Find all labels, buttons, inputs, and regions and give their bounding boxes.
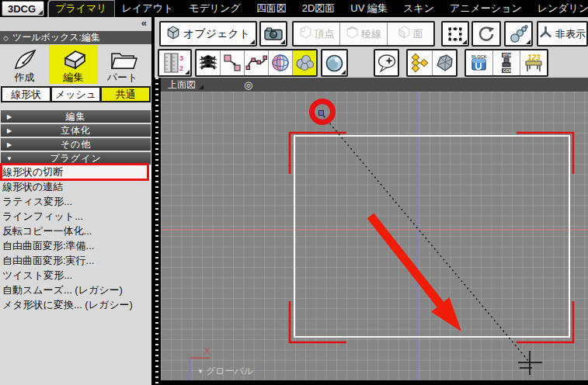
corner-flyout-icon xyxy=(462,40,467,44)
rotate-icon[interactable] xyxy=(471,21,501,47)
boolean-tower-icon[interactable]: BTMGEN xyxy=(493,50,520,75)
plugin-item-lattice[interactable]: ラティス変形... xyxy=(0,194,151,209)
tool-create-button[interactable]: 作成 xyxy=(0,45,49,84)
edge-mode-label: 稜線 xyxy=(361,27,381,41)
triangle-right-icon: ▶ xyxy=(1,127,18,134)
corner-flyout-icon xyxy=(280,40,285,44)
menubar-tab-modeling[interactable]: モデリング xyxy=(182,0,248,17)
tab-mesh[interactable]: メッシュ xyxy=(50,86,100,102)
vertex-handle[interactable] xyxy=(319,111,324,116)
tab-line-shape[interactable]: 線形状 xyxy=(1,86,50,102)
tool-edit-label: 編集 xyxy=(64,72,84,83)
corner-flyout-icon xyxy=(185,70,190,75)
axis-manipulator-icon xyxy=(539,26,552,42)
tab-common[interactable]: 共通 xyxy=(100,86,151,102)
cube-icon xyxy=(166,26,180,43)
svg-text:3: 3 xyxy=(179,54,183,62)
plugin-item-twist[interactable]: ツイスト変形... xyxy=(0,268,151,283)
svg-text:BTM: BTM xyxy=(503,53,512,57)
menubar-tab-layout[interactable]: レイアウト xyxy=(115,0,181,17)
rect-select-icon[interactable] xyxy=(441,21,469,47)
collapse-panel-icon[interactable]: « xyxy=(141,17,147,29)
element-mode-group: 頂点 稜線 面 xyxy=(292,21,435,47)
plugin-tool-group: BLOCK BTMGEN 123 xyxy=(464,49,548,77)
viewport-top-view[interactable]: 上面図 ◎ xyxy=(161,78,588,385)
shape-rectangle xyxy=(294,136,569,337)
plugin-item-linefit[interactable]: ラインフィット... xyxy=(0,209,151,224)
rock-mesh-icon[interactable] xyxy=(433,50,457,75)
selection-brackets xyxy=(290,133,573,342)
curve-points-icon[interactable] xyxy=(245,50,269,75)
camera-icon[interactable] xyxy=(259,21,287,47)
viewport-bottom-strip xyxy=(161,380,588,385)
svg-text:123: 123 xyxy=(527,54,541,62)
tool-part-label: パート xyxy=(107,72,138,83)
toolbox-panel-header[interactable]: ◇ ツールボックス:編集 xyxy=(0,31,151,44)
folder-icon xyxy=(108,47,137,72)
menubar-tab-fourview[interactable]: 四面図 xyxy=(249,0,294,17)
vertex-mode-label: 頂点 xyxy=(315,27,335,41)
tool-part-button[interactable]: パート xyxy=(98,45,147,84)
toolbox-sidebar: « ◇ ツールボックス:編集 作成 編集 パート 線形状 メッシュ 共通 xyxy=(0,17,151,385)
wire-globe-icon[interactable] xyxy=(269,50,293,75)
triangle-down-icon: ▼ xyxy=(1,155,18,162)
sphere-icon[interactable] xyxy=(321,49,348,77)
deform-tool-group xyxy=(195,49,318,77)
corner-flyout-icon xyxy=(526,40,531,44)
section-solid-label: 立体化 xyxy=(18,124,134,137)
svg-text:BLOCK: BLOCK xyxy=(471,54,487,59)
application-window: { "menubar": { "app_button": { "label": … xyxy=(0,0,588,385)
app-menu-button[interactable]: 3DCG xyxy=(2,1,44,16)
blob-brush-icon[interactable] xyxy=(293,50,316,75)
hide-button[interactable]: 非表示 xyxy=(537,21,588,47)
hide-button-label: 非表示 xyxy=(555,27,586,41)
edge-mode-button[interactable]: 稜線 xyxy=(340,23,387,45)
wire-mesh-icon[interactable] xyxy=(197,50,221,75)
viewport-canvas[interactable]: X Z ▼ グローバル xyxy=(161,92,588,380)
viewport-ruler-gutter[interactable] xyxy=(155,78,161,385)
object-selector-button[interactable]: オブジェクト xyxy=(159,21,257,47)
mapping-squares-icon[interactable] xyxy=(221,50,245,75)
plugin-item-cut-line[interactable]: 線形状の切断 xyxy=(0,165,151,179)
plugin-item-join-line[interactable]: 線形状の連結 xyxy=(0,179,151,194)
plugin-item-autosmooth[interactable]: 自動スムーズ... (レガシー) xyxy=(0,283,151,297)
view-target-icon[interactable]: ◎ xyxy=(244,79,252,91)
vertex-cube-icon xyxy=(299,26,312,42)
comment-bubble-icon[interactable] xyxy=(374,49,399,77)
section-edit[interactable]: ▶ 編集 xyxy=(1,110,151,123)
triangle-right-icon: ▶ xyxy=(1,141,18,148)
measure-ruler-icon[interactable]: 32 xyxy=(158,49,192,77)
eraser-icon xyxy=(58,47,89,72)
plugin-item-mirror-merge[interactable]: 反転コピー一体化... xyxy=(0,224,151,238)
menubar-tab-primary[interactable]: プライマリ xyxy=(47,0,115,18)
view-menu-triangle-icon[interactable] xyxy=(199,85,204,89)
face-mode-button[interactable]: 面 xyxy=(388,23,433,45)
menubar: 3DCG プライマリ レイアウト モデリング 四面図 2D図面 UV 編集 スキ… xyxy=(0,0,588,17)
numeric-table-icon[interactable]: 123 xyxy=(520,50,547,75)
menubar-tab-animation[interactable]: アニメーション xyxy=(443,0,529,17)
plugin-item-metaball[interactable]: メタ形状に変換... (レガシー) xyxy=(0,297,151,312)
axis-x-label: X xyxy=(204,346,210,356)
section-plugin[interactable]: ▼ プラグイン xyxy=(1,152,151,165)
view-name-label[interactable]: 上面図 xyxy=(168,78,196,92)
tool-edit-button[interactable]: 編集 xyxy=(49,45,98,84)
coordinate-system-selector[interactable]: ▼ グローバル xyxy=(197,365,253,378)
section-solid[interactable]: ▶ 立体化 xyxy=(1,124,151,137)
edge-cube-icon xyxy=(346,26,359,42)
plugin-item-ffd-execute[interactable]: 自由曲面変形:実行... xyxy=(0,253,151,268)
metaball-chain-icon[interactable] xyxy=(504,21,533,47)
panel-title: ツールボックス:編集 xyxy=(12,31,100,44)
node-align-icon[interactable] xyxy=(408,50,433,75)
menubar-tab-skin[interactable]: スキン xyxy=(396,0,441,17)
plugin-item-ffd-prepare[interactable]: 自由曲面変形:準備... xyxy=(0,238,151,253)
uv-block-icon[interactable]: BLOCK xyxy=(466,50,493,75)
section-other[interactable]: ▶ その他 xyxy=(1,138,151,151)
vertex-mode-button[interactable]: 頂点 xyxy=(294,23,340,45)
cut-cursor-crosshair xyxy=(518,351,542,375)
panel-handle-icon: ◇ xyxy=(3,34,9,42)
menubar-tab-rendering[interactable]: レンダリング xyxy=(531,0,588,17)
app-menu-label: 3DCG xyxy=(8,3,36,15)
menubar-tab-2d[interactable]: 2D図面 xyxy=(295,0,343,17)
sidebar-top-strip: « xyxy=(0,17,151,31)
menubar-tab-uvedit[interactable]: UV 編集 xyxy=(343,0,395,17)
